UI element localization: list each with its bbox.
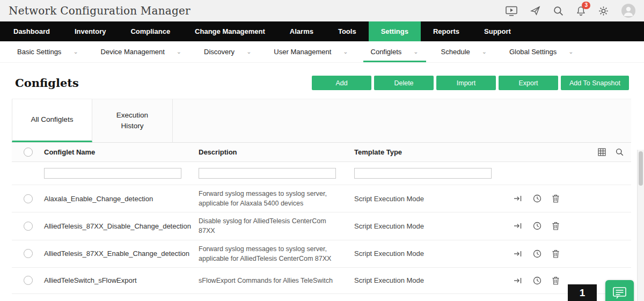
app-title: Network Configuration Manager — [9, 4, 191, 17]
nav-change-management[interactable]: Change Management — [182, 21, 277, 41]
nav-compliance[interactable]: Compliance — [118, 21, 182, 41]
settings-sub-nav: Basic Settings ⌄ Device Management ⌄ Dis… — [0, 41, 644, 63]
topbar-icons: 3 — [506, 4, 635, 18]
vertical-scrollbar[interactable] — [637, 150, 644, 301]
subnav-discovery[interactable]: Discovery ⌄ — [196, 41, 259, 62]
delete-button[interactable]: Delete — [374, 76, 434, 90]
execution-history-icon[interactable] — [533, 222, 541, 230]
configlet-description: Disable syslog for AlliedTelesis CenterC… — [199, 212, 354, 239]
delete-row-icon[interactable] — [552, 276, 559, 285]
add-to-snapshot-button[interactable]: Add To Snapshot — [561, 76, 629, 90]
nav-support[interactable]: Support — [472, 21, 523, 41]
tab-execution-history[interactable]: Execution History — [92, 99, 173, 142]
execution-history-icon[interactable] — [533, 194, 541, 203]
top-bar: Network Configuration Manager — [0, 0, 644, 21]
table-search-icon[interactable] — [616, 148, 624, 156]
scrollbar-thumb[interactable] — [639, 151, 643, 186]
subnav-device-management[interactable]: Device Management ⌄ — [93, 41, 189, 62]
configlet-name[interactable]: AlliedTelesis_87XX_Enable_Change_detecti… — [44, 249, 199, 258]
nav-dashboard[interactable]: Dashboard — [1, 21, 62, 41]
column-header-configlet-name: Configlet Name — [44, 148, 199, 156]
chevron-down-icon: ⌄ — [246, 49, 251, 55]
configlet-description: Forward syslog messages to syslog server… — [199, 185, 354, 212]
row-checkbox[interactable] — [24, 249, 33, 258]
select-all-checkbox[interactable] — [24, 148, 33, 157]
configlet-name[interactable]: AlliedTeleSwitch_sFlowExport — [44, 276, 199, 284]
export-button[interactable]: Export — [499, 76, 558, 90]
demo-video-icon[interactable] — [506, 6, 517, 16]
template-type: Script Execution Mode — [354, 195, 487, 203]
add-button[interactable]: Add — [312, 76, 371, 90]
execution-history-icon[interactable] — [533, 249, 541, 258]
delete-row-icon[interactable] — [552, 194, 559, 203]
configlets-tabs: All Configlets Execution History — [12, 99, 631, 143]
chevron-down-icon: ⌄ — [343, 49, 348, 55]
page-header: Configlets Add Delete Import Export Add … — [0, 63, 644, 99]
table-row: AlliedTeleSwitch_sFlowExport sFlowExport… — [12, 268, 631, 294]
subnav-basic-settings[interactable]: Basic Settings ⌄ — [10, 41, 86, 62]
notification-count-badge: 3 — [582, 2, 590, 9]
notifications-bell-icon[interactable]: 3 — [576, 6, 586, 16]
subnav-global-settings[interactable]: Global Settings ⌄ — [502, 41, 581, 62]
chevron-down-icon: ⌄ — [482, 49, 487, 55]
tab-all-configlets[interactable]: All Configlets — [12, 99, 92, 142]
row-checkbox[interactable] — [24, 194, 33, 203]
current-page-number: 1 — [568, 284, 597, 300]
table-row: Alaxala_Enable_Change_detection Forward … — [12, 185, 631, 212]
page-title: Configlets — [15, 76, 79, 90]
main-nav: Dashboard Inventory Compliance Change Ma… — [0, 21, 644, 41]
delete-row-icon[interactable] — [552, 222, 559, 230]
getting-started-icon[interactable] — [530, 6, 540, 16]
apply-configlet-icon[interactable] — [514, 222, 522, 230]
template-type: Script Execution Mode — [354, 222, 487, 230]
column-chooser-icon[interactable] — [598, 148, 606, 156]
table-row: AlliedTelesis_87XX_Disable_Change_detect… — [12, 212, 631, 240]
configlet-description: sFlowExport Commands for Allies TeleSwit… — [199, 272, 354, 289]
nav-reports[interactable]: Reports — [421, 21, 472, 41]
import-button[interactable]: Import — [436, 76, 496, 90]
table-header-row: Configlet Name Description Template Type — [12, 143, 631, 162]
configlet-name[interactable]: Alaxala_Enable_Change_detection — [44, 195, 199, 203]
page-indicator[interactable]: 1 — [568, 284, 597, 301]
chevron-down-icon: ⌄ — [177, 49, 181, 55]
chevron-down-icon: ⌄ — [568, 49, 573, 55]
configlets-table: Configlet Name Description Template Type — [12, 143, 631, 294]
settings-gear-icon[interactable] — [598, 6, 609, 16]
nav-settings[interactable]: Settings — [369, 21, 421, 41]
support-chat-button[interactable] — [605, 280, 634, 301]
apply-configlet-icon[interactable] — [514, 277, 522, 284]
subnav-schedule[interactable]: Schedule ⌄ — [434, 41, 494, 62]
column-header-template-type: Template Type — [354, 148, 487, 156]
subnav-user-management[interactable]: User Management ⌄ — [266, 41, 355, 62]
subnav-configlets[interactable]: Configlets ⌄ — [363, 41, 426, 62]
template-type: Script Execution Mode — [354, 249, 487, 258]
configlet-name[interactable]: AlliedTelesis_87XX_Disable_Change_detect… — [44, 222, 199, 230]
column-header-description: Description — [199, 148, 354, 156]
row-checkbox[interactable] — [24, 222, 33, 231]
action-buttons: Add Delete Import Export Add To Snapshot — [312, 76, 629, 90]
template-type-filter-input[interactable] — [354, 168, 492, 179]
execution-history-icon[interactable] — [533, 276, 541, 285]
user-avatar[interactable] — [621, 4, 635, 18]
row-checkbox[interactable] — [24, 276, 33, 285]
delete-row-icon[interactable] — [552, 249, 559, 258]
configlet-name-filter-input[interactable] — [44, 168, 181, 179]
chat-icon — [612, 287, 627, 300]
apply-configlet-icon[interactable] — [514, 195, 522, 202]
nav-alarms[interactable]: Alarms — [277, 21, 326, 41]
table-row: AlliedTelesis_87XX_Enable_Change_detecti… — [12, 240, 631, 268]
description-filter-input[interactable] — [199, 168, 336, 179]
nav-inventory[interactable]: Inventory — [62, 21, 119, 41]
filter-row — [12, 162, 631, 185]
chevron-down-icon: ⌄ — [413, 49, 418, 55]
configlet-description: Forward syslog messages to syslog server… — [199, 240, 354, 267]
template-type: Script Execution Mode — [354, 276, 487, 284]
search-icon[interactable] — [553, 6, 564, 16]
apply-configlet-icon[interactable] — [514, 250, 522, 258]
nav-tools[interactable]: Tools — [326, 21, 369, 41]
chevron-down-icon: ⌄ — [73, 49, 78, 55]
